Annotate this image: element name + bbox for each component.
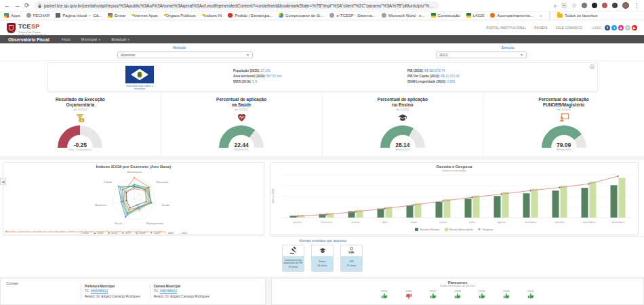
bookmark-item[interactable]: Constituição xyxy=(431,13,460,18)
extension-icon[interactable] xyxy=(582,3,587,8)
link-portal-institucional[interactable]: PORTAL INSTITUCIONAL xyxy=(486,26,526,30)
parecer-year: 2016 xyxy=(405,289,412,300)
bookmark-item[interactable]: Acompanhamento... xyxy=(490,13,534,18)
gauge-title: Percentual de aplicaçãono Ensino xyxy=(323,97,483,108)
flag-icon xyxy=(466,13,471,18)
gauge-arc: -0.25 xyxy=(58,125,102,148)
municipio-value: Alumínio xyxy=(121,53,135,57)
alerts-section: Alertas emitidos por assunto Cumprimento… xyxy=(271,236,644,277)
gauge-card-exec-orcamentaria: Resultado da ExecuçãoOrçamentária até 12… xyxy=(0,94,161,156)
url-bar[interactable]: painel.tce.sp.gov.br/pentaho/api/repos/%… xyxy=(34,1,439,9)
municipality-info-card: Descubra mais sobre o município Populaçã… xyxy=(47,62,598,92)
gauge-card-saude: Percentual de aplicaçãona Saúde até 12/2… xyxy=(161,94,323,156)
svg-text:Ambiente: Ambiente xyxy=(95,203,107,207)
svg-text:Saúde: Saúde xyxy=(162,203,170,207)
nav-brand[interactable]: Observatório Fiscal xyxy=(8,37,49,42)
thumb-up-icon xyxy=(479,293,485,300)
twitter-icon[interactable]: t xyxy=(611,25,617,30)
bookmark-item[interactable]: Comprovante de Si... xyxy=(279,13,323,18)
instagram-icon[interactable]: ◉ xyxy=(618,25,624,30)
money-funnel-icon: $ xyxy=(0,113,161,123)
bookmark-item[interactable]: FECHAR xyxy=(26,13,50,18)
extension-icon[interactable] xyxy=(602,3,607,8)
refresh-icon[interactable]: ⟳ xyxy=(24,3,30,9)
youtube-icon[interactable]: ▶ xyxy=(632,25,637,30)
alert-label: Ensino xyxy=(319,260,326,263)
alert-count: 15 alertas xyxy=(347,264,357,267)
tcesp-logo[interactable]: TCESP Tribunal de Contas do Estado de Sã… xyxy=(7,19,47,37)
pinwheel-icon xyxy=(279,13,283,18)
radar-chart-title: Índices IEGM por Exercício (Ano Base) xyxy=(3,163,264,169)
gauge-footnote: Exec. Orçamentária xyxy=(0,148,161,151)
link-paineis[interactable]: PAINÉIS xyxy=(534,26,548,30)
bookmark-item[interactable]: Página Inicial — Câ... xyxy=(56,13,102,18)
stat-line: Área territorial (2020): 567,67 km² xyxy=(233,74,282,79)
bookmark-star-icon[interactable]: ☆ xyxy=(571,3,577,9)
gauge-title: Percentual de aplicaçãona Saúde xyxy=(161,97,322,108)
extension-icon[interactable] xyxy=(612,3,618,8)
svg-text:abril: abril xyxy=(382,220,388,224)
nav-item-estadual[interactable]: Estadual ▼ xyxy=(112,37,130,41)
chevron-down-icon: ▼ xyxy=(98,38,101,41)
flickr-icon[interactable]: •• xyxy=(625,25,630,30)
login-link[interactable]: LOGIN xyxy=(592,26,601,30)
nav-item-municipal[interactable]: Municipal ▼ xyxy=(81,37,101,41)
radar-footnote: Atenção! Quanto mais afastada do centro … xyxy=(5,230,182,234)
facebook-icon[interactable]: f xyxy=(605,25,610,30)
bookmark-item[interactable]: Internet Apps xyxy=(132,14,157,18)
tc-process-link[interactable]: 4543/989/22 xyxy=(91,289,108,293)
page-icon xyxy=(56,13,60,18)
legend-item[interactable]: Receita Arrecadada xyxy=(445,228,473,231)
all-favorites-button[interactable]: Todos os favoritos xyxy=(557,14,597,18)
bookmark-item[interactable]: Microsoft Word - e... xyxy=(382,13,425,18)
share-icon[interactable]: ⎘ xyxy=(562,3,567,9)
exercicio-select[interactable]: 2022 ▼ xyxy=(436,52,527,58)
back-icon[interactable]: ← xyxy=(4,3,10,9)
stat-line: PIB Per Capita (2018): R$ 21.370,06 xyxy=(407,74,460,79)
bookmark-item[interactable]: Pedido | Estratégia... xyxy=(228,13,273,18)
alerts-title: Alertas emitidos por assunto xyxy=(282,239,363,243)
bookmark-item[interactable]: L4320 xyxy=(466,13,485,18)
svg-text:março: março xyxy=(352,220,360,224)
zoom-lens-icon[interactable]: ⌕ xyxy=(554,3,557,9)
alert-card[interactable]: Ensino43 alertas xyxy=(311,245,334,272)
contas-entries: Prefeitura MunicipalTC: 4543/989/22Relat… xyxy=(81,284,209,299)
bookmark-item[interactable]: Entrar xyxy=(108,13,125,18)
bookmark-item[interactable]: Indices IN xyxy=(202,14,222,18)
svg-text:novembro: novembro xyxy=(582,220,595,224)
main-nav: Observatório Fiscal InícioMunicipal ▼Est… xyxy=(0,35,644,43)
chevron-down-icon: ▼ xyxy=(246,53,249,57)
legend-item[interactable]: ✚ Despesa xyxy=(478,228,494,231)
radar-chart: GovernançaEducaçãoSaúdePlanejamentoFisca… xyxy=(3,169,264,231)
exercicio-value: 2022 xyxy=(439,53,447,57)
thumb-up-icon xyxy=(381,293,388,300)
bookmark-label: Constituição xyxy=(438,14,460,18)
alert-card[interactable]: Cumprimento das disposições da LRF19 ale… xyxy=(282,245,304,272)
link-fale-conosco[interactable]: FALE CONOSCO xyxy=(556,26,582,30)
profile-avatar[interactable] xyxy=(622,2,629,9)
bookmarks-overflow-icon[interactable]: » xyxy=(540,14,542,18)
bookmark-item[interactable]: e-TCESP - Sistema... xyxy=(329,13,375,18)
scroll-left-arrow[interactable]: ◀ xyxy=(0,178,6,185)
extension-icon[interactable] xyxy=(592,3,597,8)
entity-name: Prefeitura Municipal xyxy=(85,284,140,289)
graduation-cap-icon xyxy=(319,245,327,257)
svg-text:julho: julho xyxy=(468,220,476,224)
bar-chart: janeirofevereiromarçoabrilmaiojunhojulho… xyxy=(270,172,638,228)
legend-item[interactable]: Receita Prevista xyxy=(415,228,439,231)
nav-item-início[interactable]: Início xyxy=(62,37,71,41)
bookmark-item[interactable]: Apps xyxy=(4,13,20,18)
tc-process-link[interactable]: 4482/989/22 xyxy=(159,289,177,293)
chrome-menu-icon[interactable]: ⋮ xyxy=(634,3,640,9)
entity-name: Câmara Municipal xyxy=(154,284,209,289)
municipality-link[interactable]: Descubra mais sobre o município xyxy=(124,85,155,90)
municipio-select[interactable]: Alumínio ▼ xyxy=(117,52,253,58)
graduation-cap-icon xyxy=(323,113,483,123)
close-icon[interactable]: ✕ xyxy=(590,64,595,69)
alert-card[interactable]: LRF15 alertas xyxy=(340,245,363,272)
alert-count: 19 alertas xyxy=(289,266,298,268)
pareceres-title: Pareceres xyxy=(272,279,643,285)
globe-icon xyxy=(26,13,31,18)
bookmark-item[interactable]: Orgaos Publicos xyxy=(164,14,196,18)
forward-icon[interactable]: → xyxy=(14,3,20,9)
